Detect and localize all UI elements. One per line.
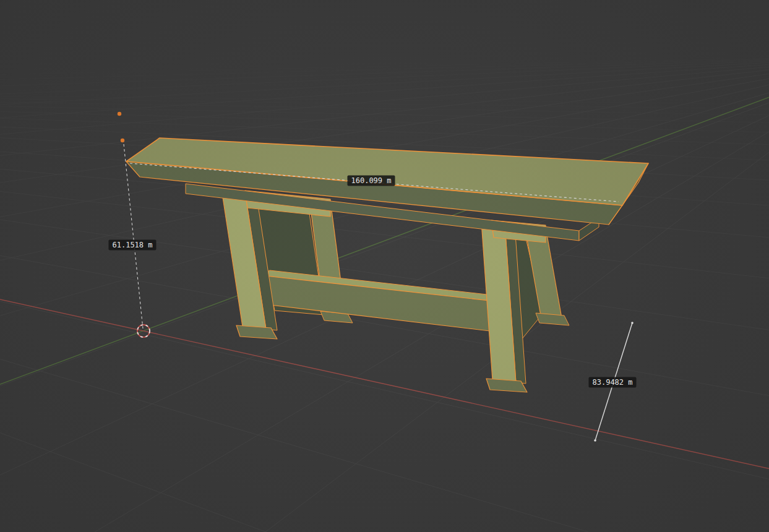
depth-endpoint-top[interactable] — [631, 322, 634, 324]
right-trestle-back-foot — [536, 313, 569, 325]
viewport-canvas[interactable] — [0, 0, 769, 532]
gizmo-dot-lower[interactable] — [121, 139, 124, 142]
depth-endpoint-bottom[interactable] — [594, 439, 596, 442]
gizmo-dot-upper[interactable] — [118, 112, 121, 116]
x-axis-line — [0, 293, 769, 476]
depth-measurement-label[interactable]: 83.9482 m — [588, 377, 636, 388]
length-measurement-label[interactable]: 160.099 m — [347, 176, 395, 186]
height-measurement-label[interactable]: 61.1518 m — [108, 240, 156, 251]
blender-3d-viewport[interactable]: 160.099 m 61.1518 m 83.9482 m — [0, 0, 769, 532]
